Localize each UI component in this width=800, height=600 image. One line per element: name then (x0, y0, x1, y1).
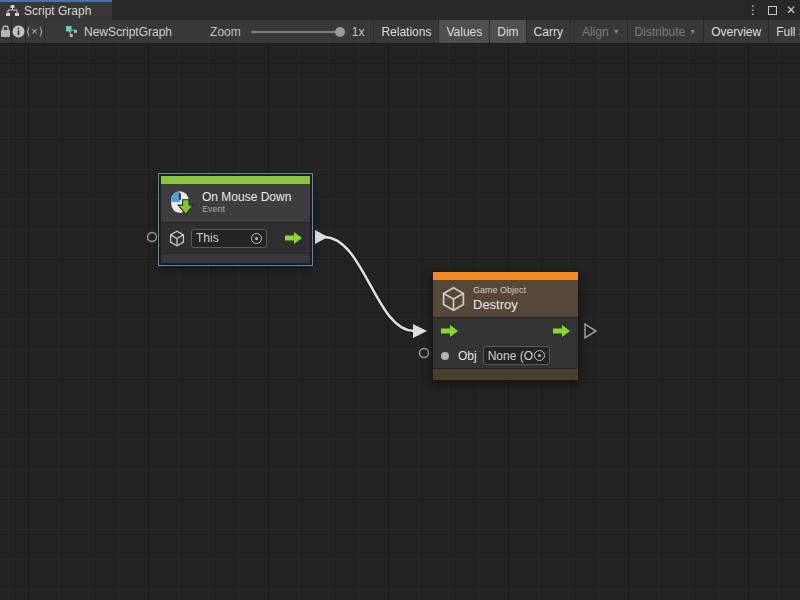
param-field[interactable]: None (O (483, 346, 550, 365)
tab-script-graph[interactable]: Script Graph (0, 0, 112, 20)
target-field-value: This (196, 231, 219, 245)
node-subtitle: Event (202, 204, 291, 216)
zoom-value: 1x (352, 25, 365, 39)
node-accent-bar (433, 272, 578, 280)
close-icon[interactable]: ✕ (786, 4, 796, 16)
maximize-icon[interactable] (768, 6, 777, 15)
lock-button[interactable] (0, 20, 12, 44)
node-footer (161, 253, 310, 263)
flow-output-port[interactable] (285, 232, 302, 244)
flow-output-port[interactable] (553, 325, 570, 337)
game-object-cube-icon (169, 230, 185, 247)
wire-end-arrow (413, 324, 427, 338)
graph-hierarchy-icon (6, 5, 19, 17)
param-field-value: None (O (488, 349, 533, 363)
node-title: Destroy (473, 297, 526, 313)
value-input-port[interactable] (441, 352, 449, 360)
node-port-row: This (161, 222, 310, 253)
values-button[interactable]: Values (439, 20, 490, 44)
chevron-down-icon: ▼ (613, 28, 620, 35)
code-icon: ⟨×⟩ (26, 25, 44, 38)
dim-button[interactable]: Dim (490, 20, 526, 44)
destroy-external-output-port[interactable] (585, 324, 596, 338)
game-object-cube-icon (441, 286, 466, 312)
zoom-slider[interactable] (251, 27, 345, 37)
script-graph-window: Script Graph ⋮ ✕ (0, 0, 800, 600)
zoom-slider-track[interactable] (251, 31, 345, 33)
carry-button[interactable]: Carry (527, 20, 571, 44)
node-on-mouse-down[interactable]: On Mouse Down Event This (160, 175, 311, 264)
param-label: Obj (458, 349, 477, 363)
node-header[interactable]: Game Object Destroy (433, 280, 578, 317)
node-accent-bar (161, 176, 310, 184)
node-title: On Mouse Down (202, 190, 291, 204)
node-param-row: Obj None (O (433, 343, 578, 368)
title-bar: Script Graph ⋮ ✕ (0, 0, 800, 20)
align-dropdown[interactable]: Align ▼ (574, 20, 628, 44)
destroy-external-input-port[interactable] (420, 349, 429, 358)
fullscreen-button[interactable]: Full Screen (769, 20, 800, 44)
zoom-slider-handle[interactable] (335, 27, 345, 37)
zoom-control: Zoom 1x (210, 25, 364, 39)
mouse-event-icon (169, 189, 195, 217)
info-icon (12, 25, 25, 38)
object-picker-icon[interactable] (534, 350, 545, 361)
graph-asset-icon (65, 25, 78, 38)
graph-toolbar: ⟨×⟩ NewScriptGraph Zoom 1x (0, 20, 800, 44)
more-menu-icon[interactable]: ⋮ (747, 4, 759, 16)
graph-reference[interactable]: NewScriptGraph (65, 25, 172, 39)
tab-title: Script Graph (24, 4, 91, 18)
node-footer (433, 368, 578, 380)
toolbar-buttons: Relations Values Dim Carry Align ▼ Distr… (373, 20, 800, 44)
node-category: Game Object (473, 285, 526, 297)
chevron-down-icon: ▼ (689, 28, 696, 35)
node-destroy[interactable]: Game Object Destroy Obj None (O (432, 271, 579, 381)
window-controls: ⋮ ✕ (747, 0, 796, 20)
zoom-label: Zoom (210, 25, 241, 39)
graph-name: NewScriptGraph (84, 25, 172, 39)
node-flow-row (433, 317, 578, 343)
wire-start-arrow (315, 230, 328, 244)
lock-icon (0, 25, 11, 38)
overview-button[interactable]: Overview (704, 20, 769, 44)
node-header[interactable]: On Mouse Down Event (161, 184, 310, 222)
object-picker-icon[interactable] (251, 233, 262, 244)
connections-overlay (0, 44, 800, 600)
target-field[interactable]: This (191, 229, 267, 248)
flow-input-port[interactable] (441, 325, 458, 337)
distribute-dropdown[interactable]: Distribute ▼ (628, 20, 705, 44)
relations-button[interactable]: Relations (373, 20, 439, 44)
graph-canvas[interactable]: On Mouse Down Event This (0, 44, 800, 600)
omd-external-input-port[interactable] (148, 233, 157, 242)
connection-wire[interactable] (315, 230, 427, 338)
code-view-button[interactable]: ⟨×⟩ (26, 20, 45, 44)
info-button[interactable] (12, 20, 26, 44)
